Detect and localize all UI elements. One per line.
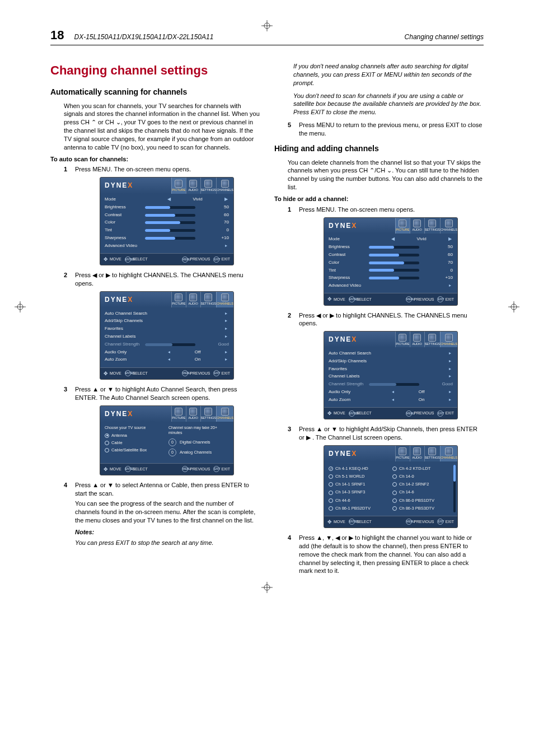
tab-picture[interactable]: PICTURE <box>395 332 410 347</box>
channel-item[interactable]: Ch 14-0 <box>392 473 453 480</box>
tab-audio[interactable]: AUDIO <box>410 446 424 461</box>
slider[interactable] <box>145 214 195 217</box>
tab-audio[interactable]: AUDIO <box>410 332 424 347</box>
row-mode[interactable]: Mode◀Vivid▶ <box>329 236 453 244</box>
row-auto-channel-search[interactable]: Auto Channel Search▸ <box>329 349 453 357</box>
tab-audio[interactable]: AUDIO <box>186 178 200 193</box>
chevron-left-icon[interactable]: ◂ <box>390 389 396 395</box>
tab-picture[interactable]: PICTURE <box>395 218 410 234</box>
chevron-left-icon[interactable]: ◂ <box>166 357 172 363</box>
row-audio-only[interactable]: Audio Only◂Off▸ <box>329 388 453 396</box>
row-color[interactable]: Color70 <box>105 219 229 227</box>
tab-channels[interactable]: CHANNELS <box>216 178 233 193</box>
chevron-right-icon[interactable]: ▸ <box>223 334 229 340</box>
chevron-right-icon[interactable]: ▸ <box>447 374 453 380</box>
channel-item[interactable]: Ch 86-1 PBS2DTV <box>329 505 389 512</box>
chevron-left-icon[interactable]: ◂ <box>390 397 396 403</box>
channel-item[interactable]: Ch 86-0 PBS1DTV <box>392 497 453 505</box>
row-audio-only[interactable]: Audio Only◂Off▸ <box>105 348 229 356</box>
checkbox-icon[interactable] <box>329 506 333 511</box>
slider[interactable] <box>145 229 195 232</box>
source-antenna[interactable]: Antenna <box>105 432 165 439</box>
chevron-right-icon[interactable]: ▸ <box>223 349 229 356</box>
row-advanced-video[interactable]: Advanced Video▸ <box>329 282 453 290</box>
channel-item[interactable]: Ch 86-3 PBS3DTV <box>392 505 453 512</box>
slider[interactable] <box>369 254 419 256</box>
row-add-skip[interactable]: Add/Skip Channels▸ <box>105 318 229 325</box>
checkbox-icon[interactable] <box>392 498 397 503</box>
tab-channels[interactable]: CHANNELS <box>440 332 457 347</box>
tab-settings[interactable]: SETTINGS <box>424 332 441 347</box>
chevron-right-icon[interactable]: ▸ <box>223 311 229 317</box>
tab-picture[interactable]: PICTURE <box>171 178 186 193</box>
row-color[interactable]: Color70 <box>329 259 453 267</box>
channel-item[interactable]: Ch 14-1 SRNF1 <box>329 480 389 488</box>
row-auto-zoom[interactable]: Auto Zoom◂On▸ <box>329 396 453 404</box>
checkbox-icon[interactable] <box>329 498 333 503</box>
chevron-right-icon[interactable]: ▸ <box>223 243 229 249</box>
scrollbar[interactable] <box>453 465 456 512</box>
tab-settings[interactable]: SETTINGS <box>424 446 441 461</box>
channel-item[interactable]: Ch 4-1 KSEQ-HD <box>329 465 389 473</box>
row-auto-zoom[interactable]: Auto Zoom◂On▸ <box>105 356 229 364</box>
row-add-skip[interactable]: Add/Skip Channels▸ <box>329 357 453 365</box>
slider[interactable] <box>145 237 195 240</box>
row-contrast[interactable]: Contrast60 <box>105 211 229 219</box>
channel-item[interactable]: Ch 14-6 <box>392 488 453 496</box>
checkbox-icon[interactable] <box>329 491 333 495</box>
chevron-right-icon[interactable]: ▸ <box>223 318 229 324</box>
chevron-left-icon[interactable]: ◀ <box>390 236 396 242</box>
row-auto-channel-search[interactable]: Auto Channel Search▸ <box>105 310 229 318</box>
tab-audio[interactable]: AUDIO <box>410 218 424 234</box>
chevron-right-icon[interactable]: ▸ <box>447 397 453 403</box>
tab-settings[interactable]: SETTINGS <box>424 218 441 234</box>
chevron-left-icon[interactable]: ◂ <box>166 349 172 356</box>
checkbox-icon[interactable] <box>329 474 333 479</box>
chevron-right-icon[interactable]: ▸ <box>447 366 453 372</box>
row-channel-labels[interactable]: Channel Labels▸ <box>329 373 453 381</box>
channel-item[interactable]: Ch 44-6 <box>329 497 389 505</box>
row-sharpness[interactable]: Sharpness+10 <box>329 274 453 282</box>
channel-item[interactable]: Ch 14-2 SRNF2 <box>392 480 453 488</box>
row-tint[interactable]: Tint0 <box>329 267 453 274</box>
row-favorites[interactable]: Favorites▸ <box>105 325 229 333</box>
row-sharpness[interactable]: Sharpness+10 <box>105 235 229 242</box>
slider[interactable] <box>369 246 419 249</box>
source-cable-sat-box[interactable]: Cable/Satellite Box <box>105 446 165 454</box>
tab-settings[interactable]: SETTINGS <box>200 292 217 307</box>
row-brightness[interactable]: Brightness50 <box>329 244 453 251</box>
slider[interactable] <box>145 206 195 209</box>
chevron-right-icon[interactable]: ▶ <box>223 197 229 203</box>
tab-audio[interactable]: AUDIO <box>186 406 200 422</box>
slider[interactable] <box>369 262 419 264</box>
channel-item[interactable]: Ch 4-2 KTD-LDT <box>392 465 453 473</box>
chevron-right-icon[interactable]: ▸ <box>447 283 453 289</box>
channel-item[interactable]: Ch 5-1 WORLD <box>329 473 389 480</box>
tab-settings[interactable]: SETTINGS <box>200 178 217 193</box>
tab-channels[interactable]: CHANNELS <box>440 218 457 234</box>
checkbox-icon[interactable] <box>392 491 397 495</box>
slider[interactable] <box>369 277 419 279</box>
chevron-right-icon[interactable]: ▸ <box>447 389 453 395</box>
checkbox-icon[interactable] <box>392 466 397 471</box>
chevron-right-icon[interactable]: ▶ <box>447 236 453 242</box>
row-favorites[interactable]: Favorites▸ <box>329 365 453 373</box>
row-brightness[interactable]: Brightness50 <box>105 203 229 211</box>
channel-item[interactable]: Ch 14-3 SRNF3 <box>329 488 389 496</box>
tab-channels[interactable]: CHANNELS <box>440 446 457 461</box>
row-advanced-video[interactable]: Advanced Video▸ <box>105 242 229 250</box>
checkbox-icon[interactable] <box>392 474 397 479</box>
row-tint[interactable]: Tint0 <box>105 227 229 235</box>
chevron-left-icon[interactable]: ◀ <box>166 197 172 203</box>
row-mode[interactable]: Mode ◀ Vivid ▶ <box>105 196 229 204</box>
scrollbar-thumb[interactable] <box>453 465 456 482</box>
tab-audio[interactable]: AUDIO <box>186 292 200 307</box>
checkbox-icon[interactable] <box>329 482 333 487</box>
chevron-right-icon[interactable]: ▸ <box>447 358 453 365</box>
row-channel-labels[interactable]: Channel Labels▸ <box>105 333 229 341</box>
tab-picture[interactable]: PICTURE <box>171 406 186 422</box>
tab-picture[interactable]: PICTURE <box>171 292 186 307</box>
chevron-right-icon[interactable]: ▸ <box>223 326 229 332</box>
tab-settings[interactable]: SETTINGS <box>200 406 217 422</box>
checkbox-icon[interactable] <box>392 506 397 511</box>
